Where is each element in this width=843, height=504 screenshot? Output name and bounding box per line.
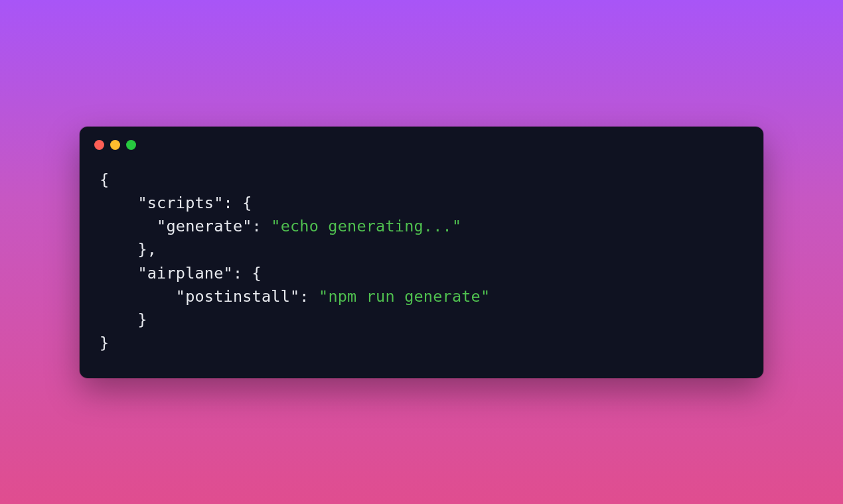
json-key-postinstall: "postinstall": [176, 287, 300, 306]
code-indent: [100, 240, 137, 259]
json-value-postinstall: "npm run generate": [319, 287, 490, 306]
code-line: }: [100, 334, 109, 352]
code-indent: [100, 217, 157, 235]
code-punct: : {: [224, 194, 252, 212]
json-key-generate: "generate": [157, 217, 252, 235]
code-punct: :: [252, 217, 271, 235]
code-punct: }: [137, 310, 147, 329]
terminal-window: { "scripts": { "generate": "echo generat…: [80, 127, 763, 378]
code-punct: : {: [233, 264, 262, 283]
json-key-scripts: "scripts": [137, 194, 223, 212]
json-key-airplane: "airplane": [137, 264, 232, 283]
code-punct: :: [299, 287, 319, 306]
code-block: { "scripts": { "generate": "echo generat…: [80, 154, 763, 378]
code-indent: [100, 287, 176, 306]
close-icon[interactable]: [94, 140, 104, 150]
code-indent: [100, 264, 137, 283]
json-value-generate: "echo generating...": [271, 217, 461, 235]
minimize-icon[interactable]: [110, 140, 120, 150]
code-punct: },: [137, 240, 157, 259]
code-indent: [100, 310, 137, 329]
code-indent: [100, 194, 137, 212]
window-titlebar: [80, 127, 763, 154]
code-line: {: [100, 170, 109, 189]
maximize-icon[interactable]: [126, 140, 136, 150]
